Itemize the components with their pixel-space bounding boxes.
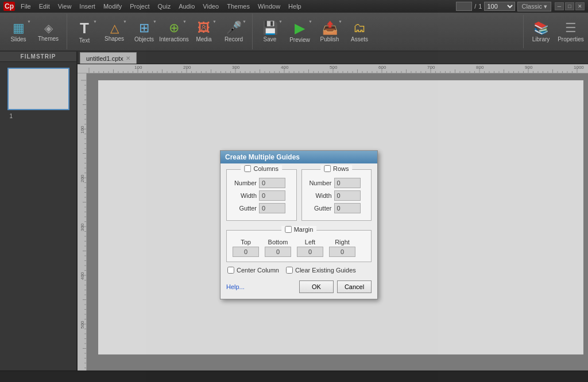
media-icon: 🖼 [198,22,210,34]
media-dropdown-arrow: ▼ [212,20,216,24]
menu-video[interactable]: Video [200,3,221,10]
ok-button[interactable]: OK [299,280,334,293]
tab-close-icon[interactable]: ✕ [126,55,130,61]
assets-button[interactable]: 🗂 Assets [345,15,374,48]
interactions-icon: ⊕ [169,22,179,34]
record-dropdown-arrow: ▼ [242,20,246,24]
columns-section-title: Columns [241,165,282,172]
rows-width-input[interactable] [334,190,361,201]
maximize-button[interactable]: □ [565,2,574,10]
margin-fields-container: Top Bottom Left Right [233,239,365,257]
margin-top-label: Top [233,239,259,245]
center-column-label: Center Column [237,267,279,274]
columns-rows-container: Columns Number Width Gutter [226,169,372,225]
cancel-button[interactable]: Cancel [337,280,372,293]
properties-button[interactable]: ☰ Properties [556,15,586,48]
columns-checkbox[interactable] [245,165,252,172]
menu-view[interactable]: View [56,3,74,10]
margin-checkbox[interactable] [285,226,292,233]
menu-project[interactable]: Project [127,3,152,10]
dialog-titlebar: Create Multiple Guides [220,151,377,163]
save-label: Save [264,36,277,42]
help-link[interactable]: Help... [226,283,245,290]
text-button[interactable]: ▼ T Text [69,15,99,48]
minimize-button[interactable]: ─ [555,2,564,10]
themes-button[interactable]: ◈ Themes [33,15,63,48]
toolbar-group-right: 📚 Library ☰ Properties [523,15,586,48]
margin-right-input[interactable] [329,247,355,257]
tab-bar: untitled1.cptx ✕ [78,52,588,64]
margin-section-title: Margin [281,226,317,233]
columns-width-label: Width [231,192,257,199]
menu-window[interactable]: Window [256,3,283,10]
toolbar-group-actions: ▼ 💾 Save ▼ ▶ Preview ▼ 📤 Publish 🗂 Asset… [252,14,376,49]
center-column-checkbox[interactable] [227,267,234,274]
menu-audio[interactable]: Audio [176,3,197,10]
clear-existing-checkbox[interactable] [286,267,293,274]
filmstrip-slide-1[interactable]: 1 [7,68,69,110]
library-label: Library [532,36,550,42]
tab-untitled1[interactable]: untitled1.cptx ✕ [80,52,137,64]
columns-width-input[interactable] [259,190,285,201]
menu-file[interactable]: File [18,3,33,10]
close-button[interactable]: ✕ [575,2,585,10]
rows-checkbox[interactable] [324,165,331,172]
slides-button[interactable]: ▼ ▦ Slides [3,15,33,48]
zoom-select[interactable]: 1007550150 [484,2,515,11]
shapes-icon: △ [110,22,119,34]
interactions-button[interactable]: ▼ ⊕ Interactions [159,15,189,48]
margin-right-group: Right [329,239,355,257]
menu-quiz[interactable]: Quiz [156,3,173,10]
page-separator: / [474,3,476,10]
rows-number-label: Number [307,180,332,186]
menu-help[interactable]: Help [286,3,304,10]
toolbar: ▼ ▦ Slides ◈ Themes ▼ T Text ▼ △ Shapes … [0,13,588,52]
menu-edit[interactable]: Edit [37,3,52,10]
margin-top-input[interactable] [233,247,259,257]
record-icon: 🎤 [226,22,242,34]
margin-top-group: Top [233,239,259,257]
current-page-input[interactable]: 1 [456,2,472,11]
objects-button[interactable]: ▼ ⊞ Objects [129,15,159,48]
rows-label: Rows [333,165,349,172]
text-icon: T [80,21,89,36]
clear-existing-row: Clear Existing Guides [286,267,356,274]
properties-icon: ☰ [565,22,577,34]
margin-left-input[interactable] [297,247,323,257]
rows-number-input[interactable] [334,178,361,188]
margin-section: Margin Top Bottom Left [226,230,372,262]
menu-themes[interactable]: Themes [225,3,252,10]
library-button[interactable]: 📚 Library [526,15,556,48]
menu-insert[interactable]: Insert [77,3,98,10]
columns-number-input[interactable] [259,178,285,188]
text-dropdown-arrow: ▼ [93,20,97,24]
preview-button[interactable]: ▼ ▶ Preview [285,15,315,48]
dialog-body: Columns Number Width Gutter [220,163,377,280]
columns-number-label: Number [231,180,257,186]
filmstrip: FILMSTRIP 1 [0,52,78,371]
save-button[interactable]: ▼ 💾 Save [255,15,285,48]
rows-gutter-input[interactable] [334,203,361,213]
shapes-button[interactable]: ▼ △ Shapes [99,15,129,48]
text-label: Text [79,37,90,44]
toolbar-group-content: ▼ T Text ▼ △ Shapes ▼ ⊞ Objects ▼ ⊕ Inte… [67,14,250,49]
objects-dropdown-arrow: ▼ [153,20,157,24]
columns-gutter-input[interactable] [259,203,285,213]
margin-bottom-group: Bottom [265,239,291,257]
shapes-dropdown-arrow: ▼ [123,20,127,24]
create-multiple-guides-dialog: Create Multiple Guides Columns Number [220,150,378,299]
assets-icon: 🗂 [353,22,366,34]
filmstrip-header: FILMSTRIP [0,52,76,62]
objects-icon: ⊞ [139,22,149,34]
themes-icon: ◈ [44,22,53,34]
menu-modify[interactable]: Modify [101,3,124,10]
rows-width-label: Width [307,192,332,199]
margin-bottom-input[interactable] [265,247,291,257]
app-logo: Cp [3,2,15,11]
media-button[interactable]: ▼ 🖼 Media [189,15,219,48]
classic-mode-button[interactable]: Classic ▾ [517,2,551,11]
dialog-buttons: Help... OK Cancel [220,280,377,299]
themes-label: Themes [38,36,59,42]
publish-button[interactable]: ▼ 📤 Publish [315,15,345,48]
record-button[interactable]: ▼ 🎤 Record [219,15,249,48]
